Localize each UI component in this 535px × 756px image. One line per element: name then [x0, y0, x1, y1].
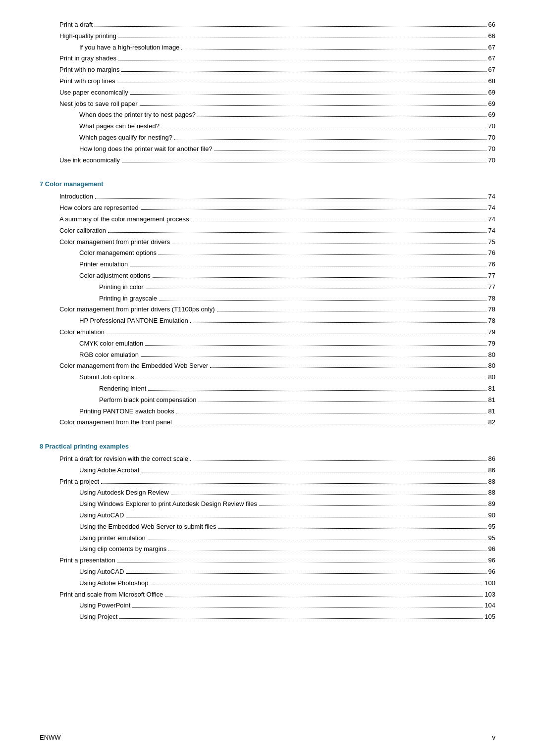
- toc-entry: Print a draft66: [40, 20, 495, 30]
- toc-dots: [122, 162, 486, 162]
- toc-label: HP Professional PANTONE Emulation: [79, 316, 188, 326]
- toc-dots: [190, 460, 486, 461]
- toc-label: Color management from the front panel: [59, 417, 172, 428]
- toc-label: Use ink economically: [59, 155, 120, 166]
- toc-page-number: 82: [488, 417, 495, 428]
- toc-dots: [108, 232, 486, 233]
- toc-dots: [214, 151, 486, 151]
- toc-dots: [174, 424, 486, 424]
- toc-page-number: 76: [488, 248, 495, 258]
- toc-label: Use paper economically: [59, 88, 128, 98]
- toc-dots: [130, 266, 486, 266]
- toc-entry: Print in gray shades67: [40, 53, 495, 64]
- toc-label: If you have a high-resolution image: [79, 43, 179, 53]
- toc-dots: [117, 83, 486, 83]
- toc-page-number: 70: [488, 144, 495, 154]
- toc-label: Using Project: [79, 612, 117, 622]
- toc-page-number: 96: [488, 544, 495, 554]
- toc-entry: Using PowerPoint104: [40, 601, 495, 611]
- toc-entry: Using Adobe Photoshop100: [40, 578, 495, 589]
- toc-page-number: 69: [488, 110, 495, 120]
- toc-label: Submit Job options: [79, 372, 134, 383]
- toc-entry: Using the Embedded Web Server to submit …: [40, 522, 495, 532]
- toc-label: Color management from printer drivers (T…: [59, 304, 215, 315]
- toc-label: Printing PANTONE swatch books: [79, 406, 174, 417]
- toc-entry: Color management from the Embedded Web S…: [40, 361, 495, 371]
- toc-dots: [148, 540, 486, 540]
- toc-label: Using AutoCAD: [79, 567, 124, 577]
- toc-dots: [153, 277, 486, 278]
- toc-page-number: 67: [488, 53, 495, 64]
- section-header: 7 Color management: [40, 180, 495, 188]
- toc-label: Print with no margins: [59, 65, 119, 75]
- toc-label: A summary of the color management proces…: [59, 214, 189, 225]
- toc-entry: Using clip contents by margins96: [40, 544, 495, 554]
- toc-dots: [165, 596, 482, 597]
- toc-page-number: 67: [488, 43, 495, 53]
- toc-page-number: 80: [488, 361, 495, 371]
- toc-page-number: 86: [488, 465, 495, 476]
- toc-label: Using printer emulation: [79, 533, 146, 544]
- toc-label: Color management from printer drivers: [59, 237, 170, 248]
- toc-label: CMYK color emulation: [79, 339, 143, 349]
- toc-entry: Using Project105: [40, 612, 495, 622]
- toc-page-number: 74: [488, 192, 495, 202]
- toc-page-number: 66: [488, 20, 495, 30]
- toc-entry: RGB color emulation80: [40, 350, 495, 360]
- toc-dots: [101, 483, 486, 484]
- toc-entry: Printing PANTONE swatch books81: [40, 406, 495, 417]
- toc-page-number: 80: [488, 372, 495, 383]
- toc-label: Nest jobs to save roll paper: [59, 99, 138, 109]
- toc-label: Using AutoCAD: [79, 510, 124, 521]
- toc-dots: [172, 244, 486, 244]
- toc-page-number: 96: [488, 555, 495, 566]
- toc-entry: Print a draft for revision with the corr…: [40, 454, 495, 464]
- toc-label: Print a presentation: [59, 555, 115, 566]
- toc-page-number: 80: [488, 350, 495, 360]
- toc-entry: When does the printer try to nest pages?…: [40, 110, 495, 120]
- toc-entry: Submit Job options80: [40, 372, 495, 383]
- toc-entry: Using AutoCAD96: [40, 567, 495, 577]
- toc-label: Print with crop lines: [59, 76, 115, 87]
- toc-dots: [130, 94, 486, 95]
- footer: ENWW v: [40, 734, 495, 741]
- toc-label: Print and scale from Microsoft Office: [59, 590, 163, 600]
- toc-dots: [126, 517, 486, 517]
- footer-right: v: [492, 734, 496, 741]
- toc-label: Using clip contents by margins: [79, 544, 166, 554]
- toc-label: Print in gray shades: [59, 53, 116, 64]
- toc-dots: [95, 198, 486, 199]
- toc-page-number: 70: [488, 121, 495, 132]
- toc-page-number: 90: [488, 510, 495, 521]
- toc-page-number: 100: [484, 578, 495, 589]
- toc-label: What pages can be nested?: [79, 121, 160, 132]
- toc-page-number: 96: [488, 567, 495, 577]
- toc-dots: [118, 60, 486, 60]
- toc-label: Print a draft: [59, 20, 93, 30]
- toc-label: Introduction: [59, 192, 93, 202]
- toc-label: Using the Embedded Web Server to submit …: [79, 522, 216, 532]
- toc-page-number: 95: [488, 522, 495, 532]
- toc-page-number: 105: [484, 612, 495, 622]
- toc-page-number: 81: [488, 406, 495, 417]
- toc-dots: [126, 573, 486, 574]
- toc-dots: [176, 413, 486, 413]
- toc-page-number: 69: [488, 99, 495, 109]
- toc-dots: [199, 402, 486, 402]
- toc-label: Using PowerPoint: [79, 601, 130, 611]
- toc-entry: Color calibration74: [40, 226, 495, 236]
- toc-page-number: 89: [488, 499, 495, 509]
- toc-page-number: 68: [488, 76, 495, 87]
- toc-dots: [259, 505, 486, 506]
- toc-dots: [117, 562, 486, 562]
- toc-label: Which pages qualify for nesting?: [79, 133, 172, 143]
- toc-entry: Use ink economically70: [40, 155, 495, 166]
- toc-label: Color calibration: [59, 226, 106, 236]
- toc-label: RGB color emulation: [79, 350, 139, 360]
- toc-page-number: 77: [488, 282, 495, 293]
- toc-entry: Print with no margins67: [40, 65, 495, 75]
- toc-label: Using Autodesk Design Review: [79, 488, 169, 498]
- toc-dots: [121, 71, 486, 72]
- toc-dots: [161, 128, 486, 128]
- toc-page-number: 103: [484, 590, 495, 600]
